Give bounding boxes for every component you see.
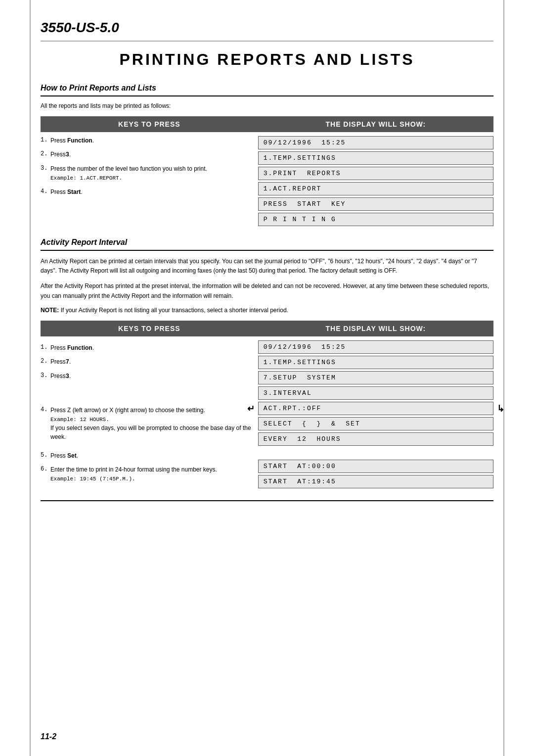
section2-table: KEYS TO PRESS 1. Press Function. 2. Pres… — [41, 321, 493, 490]
page-container: 3550-US-5.0 PRINTING REPORTS AND LISTS H… — [30, 0, 504, 756]
section2-keys-col: KEYS TO PRESS 1. Press Function. 2. Pres… — [41, 321, 258, 490]
section2-body2: After the Activity Report has printed at… — [41, 282, 493, 300]
step2-6-content: Enter the time to print in 24-hour forma… — [50, 465, 258, 483]
step2-3-num: 3. — [41, 372, 50, 379]
section2-display-header: THE DISPLAY WILL SHOW: — [258, 321, 493, 336]
step2-2-content: Press7. — [50, 357, 258, 367]
step2-3-content: Press3. — [50, 372, 258, 381]
display1-line5: PRESS START KEY — [258, 197, 493, 211]
step1-3: 3. Press the number of the level two fun… — [41, 164, 258, 183]
display1-line1: 09/12/1996 15:25 — [258, 136, 493, 149]
step1-2: 2. Press3. — [41, 150, 258, 159]
step2-1-key: Function — [67, 344, 92, 351]
section1-title: How to Print Reports and Lists — [41, 84, 493, 93]
step2-6-num: 6. — [41, 466, 50, 472]
step2-4-content: Press Z (left arrow) or X (right arrow) … — [50, 406, 258, 442]
step2-4-num: 4. — [41, 406, 50, 413]
step1-4-key: Start — [67, 189, 81, 195]
section2-keys-header: KEYS TO PRESS — [41, 321, 258, 336]
display2-line4: 3.INTERVAL — [258, 386, 493, 400]
step1-4-content: Press Start. — [50, 188, 258, 196]
section2-body1: An Activity Report can be printed at cer… — [41, 257, 493, 276]
display2-line7: EVERY 12 HOURS — [258, 432, 493, 446]
section1-intro: All the reports and lists may be printed… — [41, 102, 493, 109]
display1-line6: P R I N T I N G — [258, 213, 493, 226]
section1-keys-header: KEYS TO PRESS — [41, 116, 258, 132]
version-header: 3550-US-5.0 — [41, 20, 493, 42]
step1-4: 4. Press Start. — [41, 188, 258, 196]
section1-display-header: THE DISPLAY WILL SHOW: — [258, 116, 493, 132]
step1-1-num: 1. — [41, 137, 50, 143]
step2-3: 3. Press3. — [41, 372, 258, 381]
step1-2-content: Press3. — [50, 150, 258, 159]
display1-line2: 1.TEMP.SETTINGS — [258, 151, 493, 165]
display2-arrow-group: ACT.RPT.:OFF ↵ ↳ — [258, 402, 493, 415]
note-label: NOTE: — [41, 307, 59, 314]
arrow-right-icon: ↳ — [497, 403, 504, 414]
section1-keys-col: KEYS TO PRESS 1. Press Function. 2. Pres… — [41, 116, 258, 228]
step2-2-num: 2. — [41, 358, 50, 365]
version-text: 3550-US-5.0 — [41, 20, 493, 36]
step1-2-key: 3 — [66, 151, 69, 158]
step1-1-content: Press Function. — [50, 136, 258, 145]
display2-line9: START AT:19:45 — [258, 475, 493, 488]
step2-5-content: Press Set. — [50, 451, 258, 460]
step2-5: 5. Press Set. — [41, 451, 258, 460]
main-title: PRINTING REPORTS AND LISTS — [41, 50, 493, 69]
display2-line2: 1.TEMP.SETTINGS — [258, 356, 493, 369]
display2-line8: START AT:00:00 — [258, 460, 493, 473]
display1-line3: 3.PRINT REPORTS — [258, 167, 493, 180]
step1-2-num: 2. — [41, 150, 50, 157]
step2-5-key: Set — [67, 452, 77, 459]
display2-line1: 09/12/1996 15:25 — [258, 340, 493, 354]
step1-4-num: 4. — [41, 188, 50, 195]
step1-3-example: Example: 1.ACT.REPORT. — [50, 175, 122, 181]
section1-table: KEYS TO PRESS 1. Press Function. 2. Pres… — [41, 116, 493, 228]
step1-3-content: Press the number of the level two functi… — [50, 164, 258, 183]
step2-1: 1. Press Function. — [41, 343, 258, 352]
step2-2-key: 7 — [66, 359, 69, 366]
section2-note: NOTE: If your Activity Report is not lis… — [41, 307, 493, 314]
step1-1: 1. Press Function. — [41, 136, 258, 145]
step2-4: 4. Press Z (left arrow) or X (right arro… — [41, 406, 258, 442]
section2-display-col: THE DISPLAY WILL SHOW: 09/12/1996 15:25 … — [258, 321, 493, 490]
step2-6: 6. Enter the time to print in 24-hour fo… — [41, 465, 258, 483]
step2-5-num: 5. — [41, 452, 50, 459]
display1-line4: 1.ACT.REPORT — [258, 182, 493, 195]
note-content: If your Activity Report is not listing a… — [61, 307, 288, 314]
arrow-left-icon: ↵ — [247, 403, 255, 414]
section1-display-col: THE DISPLAY WILL SHOW: 09/12/1996 15:25 … — [258, 116, 493, 228]
page-number: 11-2 — [41, 732, 56, 741]
step1-1-key: Function — [67, 137, 92, 144]
display2-line3: 7.SETUP SYSTEM — [258, 371, 493, 384]
section2-title: Activity Report Interval — [41, 238, 493, 247]
step2-1-num: 1. — [41, 344, 50, 351]
display2-line5: ACT.RPT.:OFF — [258, 402, 493, 415]
section-how-to-print: How to Print Reports and Lists All the r… — [41, 84, 493, 228]
step1-3-num: 3. — [41, 165, 50, 172]
step2-2: 2. Press7. — [41, 357, 258, 367]
section-activity-report: Activity Report Interval An Activity Rep… — [41, 238, 493, 501]
step2-4-ex1: Example: 12 HOURS. — [50, 417, 109, 423]
step2-6-example: Example: 19:45 (7:45P.M.). — [50, 476, 135, 482]
bottom-rule — [41, 500, 493, 501]
display2-line6: SELECT { } & SET — [258, 417, 493, 430]
step2-1-content: Press Function. — [50, 343, 258, 352]
step2-3-key: 3 — [66, 373, 69, 380]
